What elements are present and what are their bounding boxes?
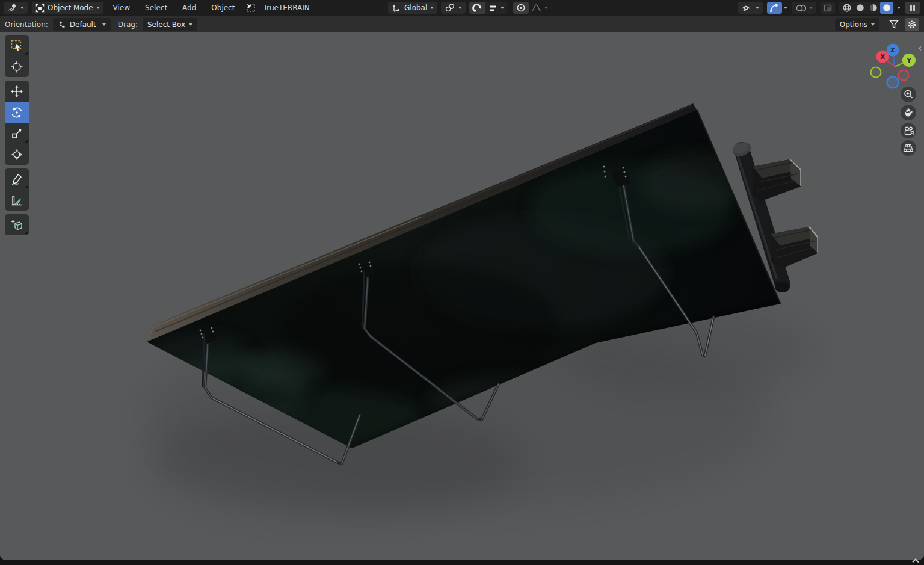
- 3d-viewport[interactable]: Z X Y ‹: [0, 32, 924, 560]
- chevron-down-icon[interactable]: [784, 7, 787, 9]
- chevron-down-icon: [500, 7, 504, 9]
- tool-annotate[interactable]: [5, 168, 29, 190]
- window-bottom-strip: [0, 560, 924, 565]
- tool-rotate[interactable]: [5, 102, 29, 123]
- editor-type-button[interactable]: [4, 2, 28, 14]
- shading-solid-button[interactable]: [854, 2, 867, 14]
- chevron-down-icon: [458, 7, 462, 9]
- gizmo-axis-neg-y[interactable]: [871, 67, 881, 78]
- transform-orientation-dropdown[interactable]: Global: [388, 2, 437, 14]
- tool-cursor[interactable]: [5, 56, 29, 77]
- trueterrain-icon: [245, 2, 256, 13]
- chevron-down-icon: [20, 7, 24, 9]
- snap-increment-icon: [488, 4, 497, 12]
- tool-add-cube[interactable]: [5, 214, 29, 235]
- shading-rendered-button[interactable]: [880, 2, 893, 14]
- pivot-point-dropdown[interactable]: [441, 2, 466, 14]
- gizmos-toggle[interactable]: [767, 2, 782, 14]
- gear-icon: [907, 20, 917, 29]
- navigation-gizmo[interactable]: Z X Y: [867, 37, 922, 92]
- tool-settings-header: Orientation: Default Drag: Select Box Op…: [0, 16, 924, 32]
- transform-pivot-icon: [58, 20, 66, 29]
- gizmo-axis-neg-x[interactable]: [899, 70, 909, 81]
- chevron-down-icon: [756, 7, 759, 9]
- editor-type-icon: [7, 3, 17, 13]
- orientation-value: Global: [404, 4, 427, 12]
- show-object-types-dropdown[interactable]: [738, 2, 763, 14]
- shading-wireframe-button[interactable]: [840, 2, 854, 14]
- chevron-down-icon: [430, 7, 434, 9]
- gizmo-arc-icon: [769, 3, 780, 13]
- drag-value: Select Box: [147, 20, 185, 29]
- options-dropdown[interactable]: Options: [835, 18, 879, 31]
- pan-button[interactable]: [901, 105, 916, 120]
- proportional-falloff-dropdown[interactable]: [529, 2, 550, 14]
- chevron-down-icon[interactable]: [897, 7, 901, 9]
- magnet-icon: [472, 3, 482, 13]
- chevron-down-icon: [871, 23, 875, 26]
- overlays-toggle[interactable]: [792, 2, 816, 14]
- pause-icon: [910, 4, 916, 11]
- sidebar-collapse-arrow[interactable]: ‹: [916, 43, 923, 54]
- menu-object[interactable]: Object: [206, 0, 240, 16]
- pause-button[interactable]: [905, 2, 920, 14]
- snap-settings-dropdown[interactable]: [485, 2, 507, 14]
- menu-trueterrain[interactable]: TrueTERRAIN: [260, 0, 315, 16]
- proportional-editing-icon: [516, 3, 526, 13]
- drag-label: Drag:: [118, 20, 138, 29]
- chevron-down-icon: [102, 23, 106, 26]
- xray-icon: [823, 4, 833, 13]
- options-label: Options: [840, 20, 867, 29]
- zoom-button[interactable]: [901, 87, 916, 102]
- camera-view-button[interactable]: [901, 123, 916, 138]
- chevron-down-icon: [189, 23, 192, 26]
- eye-icon: [741, 4, 753, 13]
- viewport-area: Z X Y ‹: [0, 32, 924, 565]
- xray-toggle[interactable]: [821, 2, 835, 14]
- menu-add[interactable]: Add: [177, 0, 202, 16]
- object-mode-icon: [35, 4, 45, 13]
- shading-mode-group: [839, 2, 895, 14]
- chevron-down-icon: [809, 7, 813, 9]
- drag-dropdown[interactable]: Select Box: [143, 18, 197, 31]
- mode-selector[interactable]: Object Mode: [32, 2, 103, 14]
- chevron-down-icon: [544, 7, 548, 9]
- chevron-down-icon: [96, 7, 100, 9]
- svg-text:Z: Z: [890, 47, 895, 54]
- tool-move[interactable]: [5, 81, 29, 102]
- proportional-editing-toggle[interactable]: [513, 2, 529, 14]
- gizmo-axis-neg-z[interactable]: [887, 77, 899, 88]
- overlays-icon: [795, 4, 806, 13]
- mode-label: Object Mode: [48, 4, 93, 12]
- shading-material-button[interactable]: [867, 2, 880, 14]
- pivot-point-icon: [445, 3, 455, 13]
- falloff-curve-icon: [531, 4, 541, 12]
- menu-view[interactable]: View: [108, 0, 135, 16]
- filter-icon[interactable]: [889, 19, 899, 29]
- orientation-dropdown[interactable]: Default: [53, 18, 111, 31]
- orientation-value: Default: [70, 20, 99, 29]
- tool-transform[interactable]: [5, 144, 29, 165]
- topbar: Object Mode View Select Add Object TrueT…: [0, 0, 924, 16]
- perspective-toggle-button[interactable]: [901, 140, 916, 156]
- svg-text:Y: Y: [906, 57, 911, 64]
- tool-select-box[interactable]: [5, 35, 29, 56]
- orientation-global-icon: [392, 4, 401, 13]
- statusbar-expand-caret[interactable]: [911, 554, 920, 565]
- svg-text:X: X: [880, 54, 885, 60]
- toolbar: [5, 35, 29, 235]
- tool-scale[interactable]: [5, 123, 29, 144]
- orientation-label: Orientation:: [5, 20, 48, 29]
- editor-settings-button[interactable]: [905, 18, 919, 31]
- menu-select[interactable]: Select: [140, 0, 173, 16]
- scene-render: [0, 32, 924, 560]
- tool-measure[interactable]: [5, 190, 29, 211]
- snap-toggle[interactable]: [469, 2, 485, 14]
